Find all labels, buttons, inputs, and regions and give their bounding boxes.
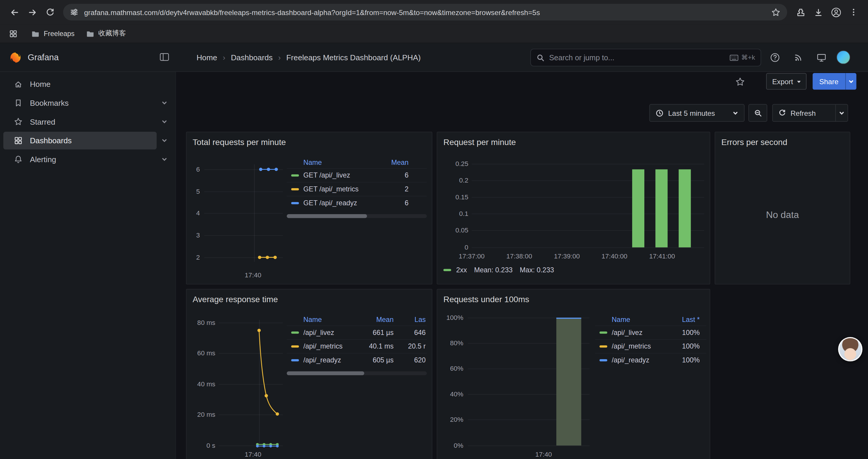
monitor-icon bbox=[816, 52, 827, 62]
chevron-down-icon[interactable] bbox=[161, 156, 167, 162]
dashboard-canvas: Export Share Last 5 minutes bbox=[176, 72, 868, 459]
legend-header-mean[interactable]: Mean bbox=[355, 316, 394, 324]
legend-row[interactable]: /api/_metrics 40.1 ms 20.5 r bbox=[287, 339, 427, 353]
share-button-label[interactable]: Share bbox=[813, 73, 845, 90]
export-button[interactable]: Export bbox=[766, 73, 807, 90]
legend-header-name[interactable]: Name bbox=[287, 316, 355, 324]
forward-button[interactable] bbox=[23, 3, 41, 21]
keyboard-icon bbox=[730, 54, 739, 61]
extensions-button[interactable] bbox=[792, 3, 809, 21]
panel-title[interactable]: Request per minute bbox=[443, 137, 516, 147]
panel-title[interactable]: Total requests per minute bbox=[193, 137, 286, 147]
bar-2xx[interactable] bbox=[632, 169, 644, 247]
favorite-dashboard-button[interactable] bbox=[733, 74, 748, 90]
sidebar-item-bookmarks[interactable]: Bookmarks bbox=[0, 94, 176, 112]
legend-row[interactable]: /api/_livez 100% bbox=[595, 326, 706, 339]
bar-2xx[interactable] bbox=[679, 169, 691, 247]
search-input[interactable] bbox=[549, 54, 730, 62]
legend-inline[interactable]: 2xx Mean: 0.233 Max: 0.233 bbox=[443, 266, 554, 274]
star-outline-icon bbox=[735, 77, 745, 87]
series-name[interactable]: /api/_readyz bbox=[612, 357, 668, 364]
no-data-message: No data bbox=[715, 132, 850, 284]
legend-row[interactable]: GET /api/_readyz 6 bbox=[287, 196, 427, 210]
tv-mode-button[interactable] bbox=[813, 49, 830, 66]
bookmark-folder-blogs[interactable]: 收藏博客 bbox=[86, 29, 126, 38]
grafana-logo-icon[interactable] bbox=[9, 51, 22, 63]
scrollbar-thumb[interactable] bbox=[287, 214, 367, 218]
refresh-button-main[interactable]: Refresh bbox=[773, 109, 836, 117]
sidebar-item-label: Alerting bbox=[30, 155, 56, 164]
chevron-down-icon[interactable] bbox=[161, 137, 167, 144]
y-tick: 3 bbox=[186, 231, 200, 239]
bar-under-100ms[interactable] bbox=[556, 318, 581, 446]
panel-title[interactable]: Average response time bbox=[193, 294, 278, 304]
user-avatar[interactable] bbox=[836, 51, 850, 64]
series-name[interactable]: 2xx bbox=[456, 266, 467, 274]
chevron-down-icon[interactable] bbox=[161, 100, 167, 106]
series-name[interactable]: GET /api/_livez bbox=[303, 172, 388, 179]
legend-row[interactable]: /api/_metrics 100% bbox=[595, 339, 706, 353]
breadcrumb-home[interactable]: Home bbox=[196, 53, 217, 62]
help-button[interactable] bbox=[767, 49, 783, 66]
legend-header-last[interactable]: Las bbox=[394, 316, 427, 324]
scrollbar-thumb[interactable] bbox=[287, 371, 364, 375]
apps-shortcut-button[interactable] bbox=[6, 27, 20, 40]
chevron-down-icon[interactable] bbox=[161, 119, 167, 125]
legend-scrollbar[interactable] bbox=[287, 214, 427, 218]
zoom-out-time-button[interactable] bbox=[748, 104, 767, 122]
bookmark-star-icon[interactable] bbox=[771, 7, 780, 17]
legend-header-mean[interactable]: Mean bbox=[388, 159, 427, 167]
refresh-button[interactable]: Refresh bbox=[772, 104, 848, 122]
bar-2xx[interactable] bbox=[655, 169, 668, 247]
legend-row[interactable]: /api/_readyz 100% bbox=[595, 353, 706, 367]
legend-row[interactable]: /api/_livez 661 µs 646 bbox=[287, 326, 427, 339]
site-settings-tune-icon[interactable] bbox=[70, 8, 79, 17]
legend-header-name[interactable]: Name bbox=[287, 159, 388, 167]
news-rss-button[interactable] bbox=[790, 49, 807, 66]
collapse-sidebar-button[interactable] bbox=[159, 52, 170, 62]
series-swatch-yellow bbox=[291, 345, 299, 347]
share-menu-caret[interactable] bbox=[845, 73, 856, 90]
legend-table: Name Mean GET /api/_livez 6 GET /api/_me… bbox=[287, 157, 427, 210]
floating-avatar-widget[interactable] bbox=[838, 337, 862, 361]
series-name[interactable]: GET /api/_readyz bbox=[303, 199, 388, 207]
series-name[interactable]: /api/_readyz bbox=[303, 357, 355, 364]
legend-header-name[interactable]: Name bbox=[595, 316, 668, 324]
url-bar[interactable]: grafana.mathmast.com/d/deytv4rwavabkb/fr… bbox=[63, 4, 787, 21]
breadcrumb-dashboards[interactable]: Dashboards bbox=[231, 53, 272, 62]
y-tick: 0.1 bbox=[442, 210, 468, 218]
legend-row[interactable]: /api/_readyz 605 µs 620 bbox=[287, 353, 427, 367]
legend-row[interactable]: GET /api/_metrics 2 bbox=[287, 182, 427, 196]
url-text[interactable]: grafana.mathmast.com/d/deytv4rwavabkb/fr… bbox=[84, 8, 766, 16]
sidebar-item-home[interactable]: Home bbox=[0, 75, 176, 93]
bell-icon bbox=[14, 155, 23, 164]
series-name[interactable]: /api/_metrics bbox=[303, 342, 355, 350]
bookmark-icon bbox=[14, 99, 23, 107]
bookmark-folder-freeleaps[interactable]: Freeleaps bbox=[31, 29, 74, 38]
browser-menu-button[interactable] bbox=[845, 3, 862, 21]
time-range-picker[interactable]: Last 5 minutes bbox=[649, 104, 745, 122]
back-button[interactable] bbox=[6, 3, 23, 21]
series-name[interactable]: GET /api/_metrics bbox=[303, 186, 388, 193]
x-tick: 17:40 bbox=[530, 451, 557, 458]
y-tick: 80 ms bbox=[190, 319, 215, 326]
sidebar-item-dashboards[interactable]: Dashboards bbox=[0, 132, 176, 150]
series-name[interactable]: /api/_metrics bbox=[612, 342, 668, 350]
sidebar-item-starred[interactable]: Starred bbox=[0, 113, 176, 131]
profile-button[interactable] bbox=[827, 3, 845, 21]
downloads-button[interactable] bbox=[809, 3, 827, 21]
series-name[interactable]: /api/_livez bbox=[303, 329, 355, 336]
share-button[interactable]: Share bbox=[813, 73, 856, 90]
panel-title[interactable]: Requests under 100ms bbox=[443, 294, 529, 304]
search-box[interactable]: ⌘+k bbox=[530, 49, 761, 66]
legend-row[interactable]: GET /api/_livez 6 bbox=[287, 168, 427, 182]
legend-scrollbar[interactable] bbox=[287, 371, 427, 375]
series-swatch-blue bbox=[291, 359, 299, 361]
reload-button[interactable] bbox=[41, 3, 59, 21]
search-icon bbox=[536, 54, 545, 62]
refresh-interval-caret[interactable] bbox=[835, 104, 847, 121]
sidebar-item-alerting[interactable]: Alerting bbox=[0, 151, 176, 168]
legend-header-last[interactable]: Last * bbox=[668, 316, 706, 324]
sidebar-item-label: Starred bbox=[30, 117, 55, 126]
series-name[interactable]: /api/_livez bbox=[612, 329, 668, 336]
